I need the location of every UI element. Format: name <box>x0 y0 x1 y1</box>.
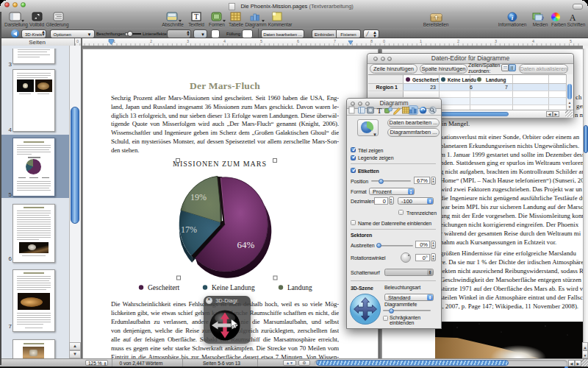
svg-text:0: 0 <box>76 39 79 43</box>
svg-text:T: T <box>194 13 198 21</box>
svg-text:Landung: Landung <box>287 284 312 291</box>
svg-text:3: 3 <box>495 39 497 43</box>
svg-text:0: 0 <box>383 39 385 43</box>
svg-text:2: 2 <box>457 39 459 43</box>
svg-text:7: 7 <box>334 39 336 43</box>
svg-text:8: 8 <box>370 39 373 43</box>
svg-text:♪: ♪ <box>541 14 545 21</box>
svg-text:64%: 64% <box>237 239 255 250</box>
svg-text:3: 3 <box>187 39 189 43</box>
svg-text:T: T <box>377 106 382 115</box>
svg-text:A: A <box>570 13 576 23</box>
svg-text:17%: 17% <box>181 224 197 235</box>
svg-text:Keine Landung: Keine Landung <box>212 284 255 291</box>
svg-text:6: 6 <box>297 39 299 43</box>
svg-text:19%: 19% <box>190 192 207 202</box>
svg-text:2: 2 <box>150 39 152 43</box>
svg-text:5: 5 <box>570 39 572 43</box>
svg-text:Gescheitert: Gescheitert <box>148 284 180 291</box>
svg-text:5: 5 <box>260 39 262 43</box>
svg-text:4: 4 <box>532 39 534 43</box>
svg-text:4: 4 <box>223 39 226 43</box>
svg-text:1: 1 <box>420 39 422 43</box>
